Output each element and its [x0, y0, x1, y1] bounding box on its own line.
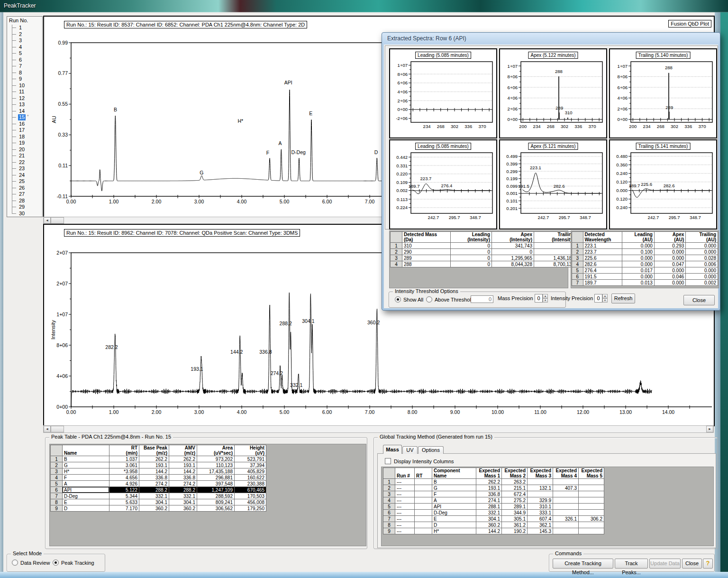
ms-trailing-chart: 1+078+066+064+062+060+002002342683023363…: [609, 48, 717, 138]
spin-up-icon[interactable]: ▲: [602, 294, 608, 298]
run-tree-item-5[interactable]: 5: [7, 50, 42, 56]
svg-text:242.7: 242.7: [537, 215, 549, 220]
table-row[interactable]: 6API5.122288.2288.21,247,109670,465: [51, 487, 266, 493]
svg-text:302: 302: [451, 124, 458, 129]
peak-tracking-radio[interactable]: Peak Tracking: [53, 560, 94, 566]
run-tree-item-21[interactable]: 21: [7, 153, 42, 159]
selection-marker: °: [27, 114, 29, 120]
svg-text:5.00: 5.00: [280, 409, 290, 415]
table-row[interactable]: 13100341,7430: [391, 243, 576, 249]
table-row[interactable]: 5A4.926274.2274.2397,548230,388: [51, 481, 266, 487]
table-row[interactable]: 7D-Deg5.344332.1332.1288,592170,503: [51, 493, 266, 499]
table-row[interactable]: 3---F336.8672.4: [383, 491, 604, 497]
spin-down-icon[interactable]: ▼: [602, 298, 608, 303]
scroll-left-icon[interactable]: ◄: [44, 217, 51, 224]
table-row[interactable]: 7189.70.0130.0000.002: [572, 280, 718, 286]
uv-leading-title: Leading (5.085 minutes): [415, 143, 471, 150]
run-tree-item-11[interactable]: 11: [7, 89, 42, 95]
svg-text:282.2: 282.2: [105, 344, 118, 350]
run-tree-item-25[interactable]: 25: [7, 178, 42, 184]
scroll-right-icon[interactable]: ►: [706, 426, 713, 432]
table-row[interactable]: 2223.70.1000.0000.000: [572, 249, 718, 255]
create-tracking-method-button[interactable]: Create Tracking Method...: [553, 559, 613, 569]
table-row[interactable]: 2290000: [391, 249, 576, 255]
table-row[interactable]: 6191.50.0000.0460.000: [572, 274, 718, 280]
table-row[interactable]: 1223.10.0000.2930.000: [572, 243, 718, 249]
table-row[interactable]: 2G3.061193.1193.1110,12337,394: [51, 462, 266, 468]
run-tree-item-8[interactable]: 8: [7, 70, 42, 76]
run-tree-item-1[interactable]: 1: [7, 25, 42, 31]
run-tree-item-30[interactable]: 30: [7, 211, 42, 217]
close-button[interactable]: Close: [682, 559, 702, 569]
refresh-button[interactable]: Refresh: [611, 294, 635, 303]
table-row[interactable]: 3225.60.0000.0000.028: [572, 255, 718, 261]
run-tree-item-6[interactable]: 6: [7, 57, 42, 63]
window-titlebar[interactable]: PeakTracker: [0, 0, 728, 12]
scroll-left-icon[interactable]: ◄: [44, 426, 51, 432]
run-tree-item-2[interactable]: 2: [7, 31, 42, 37]
table-row[interactable]: 8E5.633304.1304.1809,241456,008: [51, 499, 266, 505]
ms-chart-scrollbar[interactable]: ◄ ►: [43, 425, 714, 433]
table-row[interactable]: 8---D360.2361.2362.1: [383, 522, 604, 528]
spin-down-icon[interactable]: ▼: [543, 298, 548, 303]
run-tree-item-9[interactable]: 9: [7, 76, 42, 82]
table-row[interactable]: 3H**3.958144.2144.217,435,188405,829: [51, 468, 266, 475]
table-row[interactable]: 7---E304.1305.1607.4326.1306.2: [383, 516, 604, 522]
run-tree-item-27[interactable]: 27: [7, 191, 42, 197]
scrollbar-thumb[interactable]: [51, 217, 64, 224]
table-row[interactable]: 4F4.656336.8336.8296,881160,622: [51, 475, 266, 481]
run-tree-item-18[interactable]: 18: [7, 134, 42, 140]
track-peaks-button[interactable]: Track Peaks...: [615, 559, 648, 569]
tab-mass[interactable]: Mass: [383, 445, 402, 454]
svg-text:268: 268: [657, 124, 664, 129]
svg-text:4+06: 4+06: [56, 373, 68, 379]
run-tree-item-14[interactable]: 14: [7, 108, 42, 114]
run-tree-item-19[interactable]: 19: [7, 140, 42, 146]
run-tree-item-16[interactable]: 16: [7, 121, 42, 127]
mass-precision-spinner[interactable]: 0 ▲▼: [535, 294, 548, 303]
run-tree-item-7[interactable]: 7: [7, 63, 42, 69]
svg-text:1+07: 1+07: [56, 312, 68, 317]
run-tree-item-23[interactable]: 23: [7, 165, 42, 172]
table-row[interactable]: 5276.40.0170.0000.000: [572, 267, 718, 274]
table-row[interactable]: 328901,295,9651,436,189: [391, 255, 576, 261]
table-row[interactable]: 4282.60.0000.0470.006: [572, 261, 718, 267]
run-tree-item-13[interactable]: 13: [7, 101, 42, 108]
run-tree-item-15[interactable]: 15°: [7, 114, 42, 120]
run-tree-item-3[interactable]: 3: [7, 37, 42, 44]
table-row[interactable]: 1B1.037262.2262.2973,202523,791: [51, 456, 266, 462]
display-intensity-checkbox[interactable]: [385, 458, 391, 464]
tab-options[interactable]: Options: [418, 446, 444, 454]
table-row[interactable]: 4---A274.1275.2329.9: [383, 497, 604, 504]
svg-text:G: G: [200, 170, 203, 175]
above-threshold-radio[interactable]: Above Threshold:: [426, 296, 475, 303]
help-icon[interactable]: ?: [703, 559, 713, 569]
table-row[interactable]: 428808,044,3288,700,136: [391, 261, 576, 267]
spin-up-icon[interactable]: ▲: [543, 294, 548, 298]
table-row[interactable]: 2---G193.1215.1132.1407.3: [383, 485, 604, 491]
run-tree-item-20[interactable]: 20: [7, 147, 42, 153]
run-tree-item-22[interactable]: 22: [7, 159, 42, 165]
threshold-value-field[interactable]: 0: [471, 295, 493, 303]
run-tree-item-26[interactable]: 26: [7, 185, 42, 191]
run-tree-item-10[interactable]: 10: [7, 83, 42, 89]
intensity-precision-spinner[interactable]: 0 ▲▼: [594, 294, 608, 303]
dialog-close-button[interactable]: Close: [683, 295, 715, 305]
show-all-radio[interactable]: Show All: [395, 296, 423, 303]
scrollbar-thumb[interactable]: [51, 426, 64, 432]
data-review-radio[interactable]: Data Review: [12, 560, 50, 566]
table-row[interactable]: 6---D-Deg332.1344.9333.1: [383, 510, 604, 516]
tab-uv[interactable]: UV: [402, 446, 418, 454]
run-tree-item-4[interactable]: 4: [7, 44, 42, 50]
run-tree-item-17[interactable]: 17: [7, 127, 42, 133]
svg-text:2.00: 2.00: [152, 409, 162, 415]
run-tree-item-29[interactable]: 29: [7, 204, 42, 210]
run-tree-item-28[interactable]: 28: [7, 198, 42, 204]
table-row[interactable]: 5---API288.1289.1310.1: [383, 504, 604, 510]
svg-text:282.6: 282.6: [554, 183, 565, 189]
run-tree-item-24[interactable]: 24: [7, 172, 42, 178]
table-row[interactable]: 9D7.170360.2360.2306,562179,250: [51, 505, 266, 512]
run-tree-item-12[interactable]: 12: [7, 95, 42, 101]
table-row[interactable]: 1---B262.2263.2: [383, 479, 604, 485]
table-row[interactable]: 9---H*144.2190.2145.3: [383, 528, 604, 534]
